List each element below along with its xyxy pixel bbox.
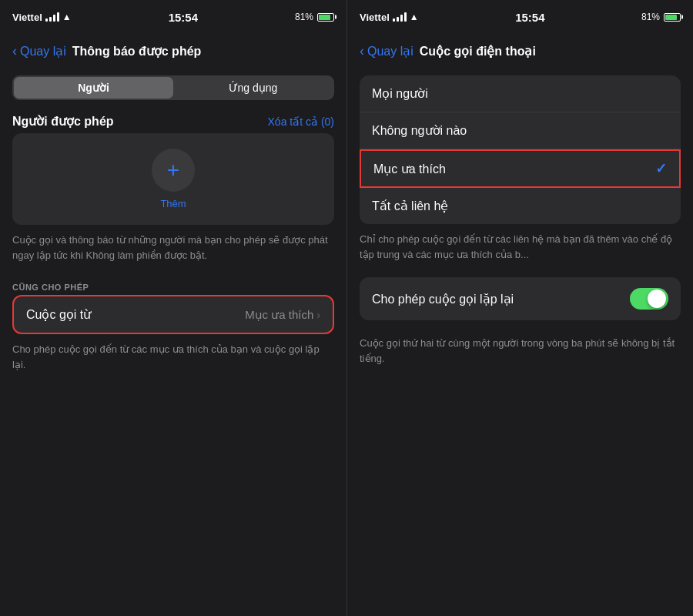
repeat-calls-label: Cho phép cuộc gọi lặp lại: [372, 292, 514, 306]
back-label-left: Quay lại: [20, 44, 66, 59]
status-bar-right: Viettel ▲ 15:54 81%: [347, 0, 693, 34]
nav-title-right: Cuộc gọi điện thoại: [420, 44, 536, 59]
toggle-info-text: Cuộc gọi thứ hai từ cùng một người trong…: [347, 328, 693, 373]
favorites-info-text: Chỉ cho phép cuộc gọi đến từ các liên hệ…: [347, 224, 693, 270]
back-button-left[interactable]: ‹ Quay lại: [12, 43, 66, 59]
repeat-calls-row: Cho phép cuộc gọi lặp lại: [360, 277, 681, 320]
tab-apps[interactable]: Ứng dụng: [173, 77, 333, 99]
calls-from-value: Mục ưa thích ›: [245, 308, 320, 322]
add-person-button[interactable]: + Thêm: [12, 133, 334, 225]
add-person-card: + Thêm: [12, 133, 334, 225]
call-options-menu: Mọi người Không người nào Mục ưa thích ✓…: [347, 75, 693, 224]
wifi-icon-left: ▲: [62, 12, 72, 22]
chevron-right-icon: ›: [316, 309, 320, 321]
option-favorites[interactable]: Mục ưa thích ✓: [360, 149, 681, 188]
battery-icon-left: [317, 13, 334, 22]
option-all-contacts[interactable]: Tất cả liên hệ: [360, 188, 681, 224]
people-info-text: Cuộc gọi và thông báo từ những người mà …: [0, 225, 346, 270]
status-right-left: 81%: [295, 12, 334, 22]
option-nobody[interactable]: Không người nào: [360, 112, 681, 149]
tab-people[interactable]: Người: [14, 77, 173, 99]
battery-percent-right: 81%: [641, 12, 660, 22]
back-button-right[interactable]: ‹ Quay lại: [360, 43, 413, 59]
status-bar-left: Viettel ▲ 15:54 81%: [0, 0, 346, 34]
status-right-right: 81%: [641, 12, 681, 22]
status-left-right: Viettel ▲: [360, 12, 419, 23]
signal-icon-left: [45, 12, 59, 22]
carrier-right: Viettel: [360, 12, 390, 23]
segmented-control: Người Ứng dụng: [12, 75, 334, 100]
checkmark-icon: ✓: [655, 160, 667, 177]
option-everyone[interactable]: Mọi người: [360, 75, 681, 112]
calls-info-text: Cho phép cuộc gọi đến từ các mục ưa thíc…: [0, 334, 346, 380]
status-left: Viettel ▲: [12, 12, 72, 23]
signal-icon-right: [393, 12, 407, 22]
add-person-icon: +: [152, 149, 195, 192]
toggle-thumb: [648, 290, 666, 308]
clear-all-button[interactable]: Xóa tất cả (0): [268, 116, 334, 128]
people-section-title: Người được phép: [12, 114, 114, 129]
carrier-left: Viettel: [12, 12, 42, 23]
nav-title-left: Thông báo được phép: [72, 44, 202, 59]
back-chevron-right: ‹: [360, 43, 364, 59]
battery-icon-right: [664, 13, 681, 22]
wifi-icon-right: ▲: [410, 12, 419, 22]
people-section-header: Người được phép Xóa tất cả (0): [0, 108, 346, 133]
nav-header-right: ‹ Quay lại Cuộc gọi điện thoại: [347, 34, 693, 68]
left-screen: Viettel ▲ 15:54 81% ‹ Quay lại Thông báo: [0, 0, 346, 616]
time-right: 15:54: [515, 11, 544, 24]
battery-percent-left: 81%: [295, 12, 313, 22]
also-allow-header: CŨNG CHO PHÉP: [0, 270, 346, 295]
calls-from-row[interactable]: Cuộc gọi từ Mục ưa thích ›: [12, 295, 334, 334]
back-chevron-left: ‹: [12, 43, 17, 59]
add-person-label: Thêm: [160, 198, 186, 209]
calls-from-label: Cuộc gọi từ: [26, 307, 91, 322]
repeat-calls-toggle[interactable]: [630, 288, 668, 310]
nav-header-left: ‹ Quay lại Thông báo được phép: [0, 34, 346, 68]
time-left: 15:54: [169, 11, 198, 24]
right-screen: Viettel ▲ 15:54 81% ‹ Quay lại Cuộc gọi: [346, 0, 693, 616]
back-label-right: Quay lại: [367, 44, 413, 59]
